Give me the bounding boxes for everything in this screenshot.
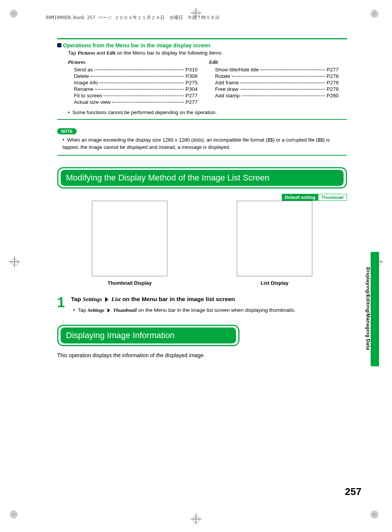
crop-mark-top-left	[10, 10, 21, 21]
crop-mark-top-right	[371, 10, 382, 21]
note-body: •When an image exceeding the display siz…	[63, 137, 347, 151]
step-sub: • Tap Settings ▶ Thumbnail on the Menu b…	[73, 306, 347, 314]
page-content: Operations from the Menu bar in the imag…	[57, 38, 347, 358]
note-block: NOTE •When an image exceeding the displa…	[57, 128, 347, 151]
registration-mark-bottom	[191, 514, 201, 524]
page-number: 257	[345, 486, 361, 498]
note-tag: NOTE	[57, 128, 77, 134]
triangle-icon: ▶	[108, 306, 110, 314]
crop-mark-bottom-left	[10, 511, 21, 522]
crop-mark-bottom-right	[371, 511, 382, 522]
registration-mark-left	[9, 256, 20, 267]
menu-item: Add frameP279	[215, 80, 339, 85]
section-modify-title-wrap: Modifying the Display Method of the Imag…	[57, 167, 347, 189]
menu-columns: Pictures Send asP310 DeleteP308 Image in…	[68, 59, 347, 106]
pictures-menu-ref: Pictures	[78, 50, 95, 56]
edit-column: Edit Show title/Hide titleP277 RotateP27…	[209, 59, 339, 106]
menu-item: Image infoP275	[74, 80, 198, 85]
list-sample-box	[237, 201, 312, 276]
thumbnail-sample-box	[92, 201, 167, 276]
divider	[57, 38, 347, 39]
display-samples: Thumbnail Display List Display	[57, 201, 347, 286]
list-sample: List Display	[237, 201, 312, 286]
pictures-column-header: Pictures	[68, 59, 198, 65]
operations-heading-text: Operations from the Menu bar in the imag…	[63, 42, 210, 48]
pictures-column: Pictures Send asP310 DeleteP308 Image in…	[68, 59, 198, 106]
side-tab-label: Displaying/Editing/Managing Data	[365, 267, 371, 350]
menu-item: RenameP304	[74, 86, 198, 92]
list-caption: List Display	[237, 280, 312, 286]
section-modify-title: Modifying the Display Method of the Imag…	[61, 170, 344, 186]
operations-heading: Operations from the Menu bar in the imag…	[57, 42, 347, 48]
triangle-icon: ▶	[105, 296, 108, 303]
section-info-title: Displaying Image Information	[61, 327, 236, 343]
thumbnail-caption: Thumbnail Display	[92, 280, 167, 286]
document-header: 00M1000EN.book 257 ページ ２００４年１１月２４日 水曜日 午…	[46, 15, 220, 21]
text: Some functions cannot be performed depen…	[72, 110, 217, 115]
menu-item: Fit to screenP277	[74, 93, 198, 98]
menu-item: RotateP278	[215, 73, 339, 79]
menu-item: DeleteP308	[74, 73, 198, 79]
step-number: 1	[57, 296, 64, 310]
operations-footnote: • Some functions cannot be performed dep…	[68, 110, 347, 115]
thumbnail-sample: Thumbnail Display	[92, 201, 167, 286]
text: on the Menu bar to display the following…	[116, 50, 223, 56]
step-title: Tap Settings ▶ List on the Menu bar in t…	[71, 296, 347, 303]
default-setting-badge: Default settingThumbnail	[282, 194, 347, 201]
operations-intro: Tap Pictures and Edit on the Menu bar to…	[68, 50, 347, 56]
default-setting-value: Thumbnail	[318, 194, 347, 201]
menu-item: Add stampP280	[215, 93, 339, 98]
section-info-body: This operation displays the information …	[57, 352, 347, 358]
square-bullet-icon	[57, 43, 61, 47]
divider	[57, 155, 347, 156]
text: Tap	[68, 50, 78, 56]
divider	[57, 119, 347, 120]
text: When an image exceeding the display size…	[63, 137, 330, 150]
edit-column-header: Edit	[209, 59, 339, 65]
step-1: 1 Tap Settings ▶ List on the Menu bar in…	[57, 296, 347, 314]
text: and	[95, 50, 106, 56]
side-tab	[371, 252, 379, 366]
step-body: Tap Settings ▶ List on the Menu bar in t…	[71, 296, 347, 314]
section-info-title-wrap: Displaying Image Information	[57, 325, 239, 346]
menu-item: Actual size viewP277	[74, 99, 198, 105]
edit-menu-ref: Edit	[106, 50, 115, 56]
menu-item: Send asP310	[74, 67, 198, 73]
menu-item: Free drawP279	[215, 86, 339, 92]
default-setting-label: Default setting	[282, 194, 318, 201]
menu-item: Show title/Hide titleP277	[215, 67, 339, 73]
